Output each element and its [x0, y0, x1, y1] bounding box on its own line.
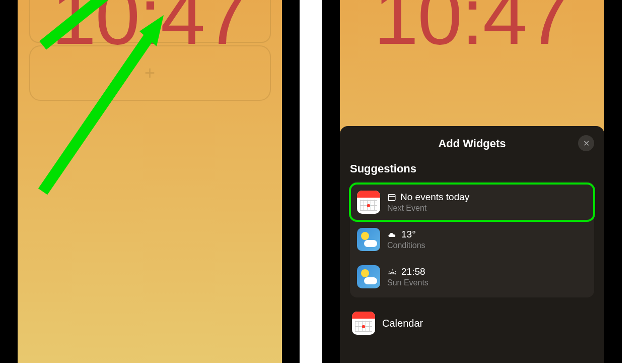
suggestion-weather-sun-events[interactable]: 21:58 Sun Events [350, 258, 594, 295]
lock-screen: 10:47 + [18, 0, 282, 363]
suggestion-subtitle: Sun Events [387, 278, 587, 287]
add-widgets-panel: Add Widgets ✕ Suggestions No events toda… [340, 126, 604, 363]
phone-right: 10:47 Add Widgets ✕ Suggestions No event… [322, 0, 622, 363]
svg-point-9 [389, 274, 389, 274]
suggestion-calendar-next-event[interactable]: No events today Next Event [350, 184, 594, 221]
lock-screen: 10:47 Add Widgets ✕ Suggestions No event… [340, 0, 604, 363]
app-list-label: Calendar [382, 318, 423, 329]
plus-icon: + [145, 63, 155, 84]
svg-line-8 [395, 271, 396, 272]
suggestions-label: Suggestions [350, 162, 594, 175]
suggestion-content: 13° Conditions [387, 229, 587, 250]
suggestion-subtitle: Next Event [387, 204, 587, 213]
sunrise-icon [387, 268, 397, 276]
add-widget-slot[interactable]: + [29, 45, 271, 101]
cloud-icon [387, 231, 397, 238]
calendar-outline-icon [387, 193, 396, 202]
suggestions-group: No events today Next Event 13° [350, 182, 594, 297]
weather-app-icon [357, 228, 380, 251]
svg-rect-4 [388, 195, 395, 201]
calendar-app-icon [352, 312, 375, 335]
close-button[interactable]: ✕ [578, 135, 594, 151]
suggestion-subtitle: Conditions [387, 241, 587, 250]
svg-point-10 [395, 274, 396, 274]
suggestion-content: No events today Next Event [387, 192, 587, 213]
clock-time: 10:47 [374, 0, 570, 63]
svg-line-7 [389, 271, 390, 272]
suggestion-title: 21:58 [401, 266, 425, 277]
phone-left: 10:47 + [0, 0, 300, 363]
suggestion-title: No events today [400, 192, 469, 203]
app-list-calendar[interactable]: Calendar [350, 305, 594, 335]
calendar-app-icon [357, 191, 380, 214]
panel-title: Add Widgets [350, 137, 594, 150]
suggestion-title: 13° [401, 229, 416, 240]
suggestion-content: 21:58 Sun Events [387, 266, 587, 287]
suggestion-weather-conditions[interactable]: 13° Conditions [350, 221, 594, 258]
weather-app-icon [357, 265, 380, 288]
close-icon: ✕ [583, 139, 590, 148]
